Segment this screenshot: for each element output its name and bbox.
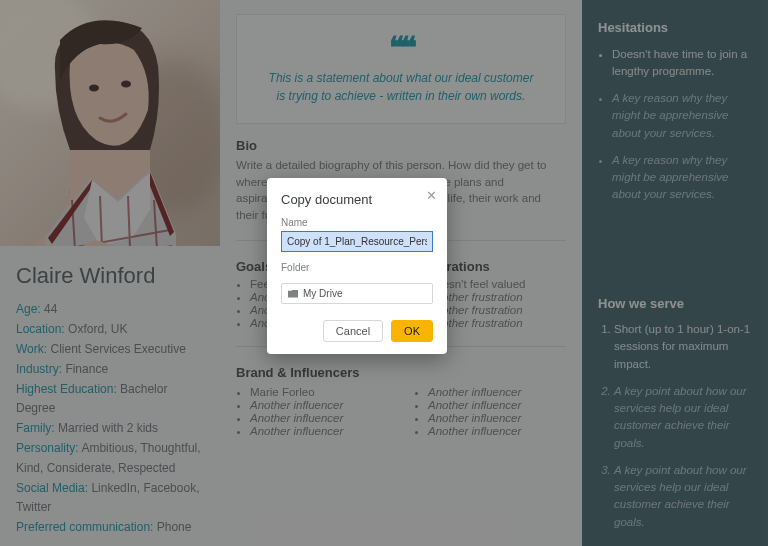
dialog-title: Copy document [281,192,433,207]
folder-picker[interactable]: My Drive [281,283,433,304]
cancel-button[interactable]: Cancel [323,320,383,342]
folder-value: My Drive [303,288,342,299]
close-icon[interactable]: ✕ [426,188,437,203]
folder-icon [288,290,298,298]
folder-label: Folder [281,262,433,273]
copy-document-dialog: Copy document ✕ Name Folder My Drive Can… [267,178,447,354]
name-label: Name [281,217,433,228]
ok-button[interactable]: OK [391,320,433,342]
document-name-input[interactable] [281,231,433,252]
